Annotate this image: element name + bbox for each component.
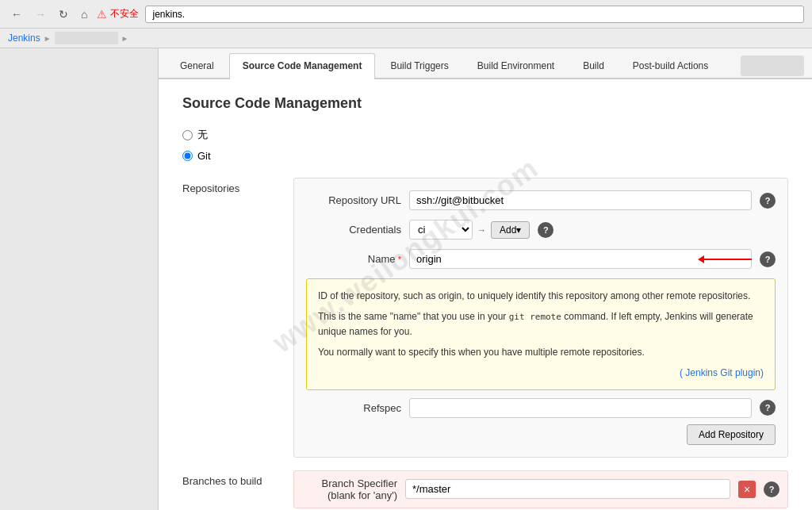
radio-git[interactable]: Git xyxy=(182,150,788,162)
breadcrumb-sep: ► xyxy=(44,34,52,43)
tab-build-triggers[interactable]: Build Triggers xyxy=(377,53,462,78)
reload-button[interactable]: ↻ xyxy=(56,6,71,22)
breadcrumb-sep2: ► xyxy=(121,34,129,43)
help-line2: This is the same "name" that you use in … xyxy=(318,309,764,339)
tab-source-code[interactable]: Source Code Management xyxy=(229,53,376,79)
browser-bar: ← → ↻ ⌂ ⚠ 不安全 xyxy=(0,0,812,29)
address-bar[interactable] xyxy=(145,6,804,23)
name-help[interactable]: ? xyxy=(760,251,776,267)
repositories-section: Repositories Repository URL ? Credential… xyxy=(182,178,788,458)
tab-build-environment[interactable]: Build Environment xyxy=(464,53,568,78)
branch-specifier-input[interactable] xyxy=(405,479,730,499)
name-input[interactable] xyxy=(409,249,752,269)
branch-specifier-label: Branch Specifier (blank for 'any') xyxy=(302,477,397,501)
security-text: 不安全 xyxy=(110,7,139,21)
credentials-controls: ci → Add▾ xyxy=(409,220,530,240)
radio-git-label: Git xyxy=(197,150,211,162)
credentials-row: Credentials ci → Add▾ ? xyxy=(306,220,776,240)
repositories-label: Repositories xyxy=(182,178,278,458)
sidebar xyxy=(0,48,159,510)
credentials-add-button[interactable]: Add▾ xyxy=(491,221,530,239)
credentials-label: Credentials xyxy=(306,224,401,236)
credentials-arrow: → xyxy=(477,225,486,235)
warning-icon: ⚠ xyxy=(97,8,107,21)
credentials-select[interactable]: ci xyxy=(409,220,473,240)
page-wrapper: General Source Code Management Build Tri… xyxy=(0,48,812,510)
add-repo-container: Add Repository xyxy=(306,418,776,445)
refspec-label: Refspec xyxy=(306,402,401,414)
refspec-help[interactable]: ? xyxy=(760,400,776,416)
name-row: Name * ? xyxy=(306,249,776,269)
tabs-bar: General Source Code Management Build Tri… xyxy=(159,48,812,79)
jenkins-git-plugin-link[interactable]: ( Jenkins Git plugin) xyxy=(680,367,764,378)
refspec-input[interactable] xyxy=(409,398,752,418)
forward-button[interactable]: → xyxy=(32,6,49,22)
breadcrumb-item xyxy=(55,32,118,44)
home-button[interactable]: ⌂ xyxy=(78,6,90,22)
tab-post-build[interactable]: Post-build Actions xyxy=(619,53,722,78)
delete-branch-button[interactable]: × xyxy=(738,481,756,498)
branches-label: Branches to build xyxy=(182,470,278,487)
page-title: Source Code Management xyxy=(182,95,788,112)
branches-section: Branches to build Branch Specifier (blan… xyxy=(182,470,788,508)
radio-none-label: 无 xyxy=(197,128,208,142)
security-warning: ⚠ 不安全 xyxy=(97,7,139,21)
repo-url-input[interactable] xyxy=(409,190,752,210)
help-link-row: ( Jenkins Git plugin) xyxy=(318,366,764,380)
content-area: Source Code Management 无 Git Repositorie… xyxy=(159,79,812,510)
help-line3: You normally want to specify this when y… xyxy=(318,345,764,359)
back-button[interactable]: ← xyxy=(8,6,25,22)
radio-none[interactable]: 无 xyxy=(182,128,788,142)
repo-url-label: Repository URL xyxy=(306,194,401,206)
branches-content: Branch Specifier (blank for 'any') × ? xyxy=(293,470,788,508)
name-label: Name * xyxy=(306,253,401,265)
branch-help[interactable]: ? xyxy=(764,481,779,497)
tab-build[interactable]: Build xyxy=(569,53,618,78)
repo-url-row: Repository URL ? xyxy=(306,190,776,210)
breadcrumb-bar: Jenkins ► ► xyxy=(0,29,812,48)
repo-url-help[interactable]: ? xyxy=(760,193,776,209)
add-repository-button[interactable]: Add Repository xyxy=(687,424,776,445)
unknown-button xyxy=(741,56,804,76)
name-asterisk: * xyxy=(398,255,401,264)
main-content: General Source Code Management Build Tri… xyxy=(159,48,812,510)
radio-none-input[interactable] xyxy=(182,130,193,140)
branch-row: Branch Specifier (blank for 'any') × ? xyxy=(293,470,788,508)
tab-general[interactable]: General xyxy=(167,53,228,78)
refspec-row: Refspec ? xyxy=(306,398,776,418)
help-line1: ID of the repository, such as origin, to… xyxy=(318,289,764,303)
credentials-help[interactable]: ? xyxy=(538,222,553,238)
repositories-fields: Repository URL ? Credentials ci → Add▾ xyxy=(293,178,788,458)
help-code: git remote xyxy=(509,312,561,322)
name-help-box: ID of the repository, such as origin, to… xyxy=(306,278,776,390)
breadcrumb-jenkins[interactable]: Jenkins xyxy=(8,33,40,44)
radio-git-input[interactable] xyxy=(182,151,193,161)
